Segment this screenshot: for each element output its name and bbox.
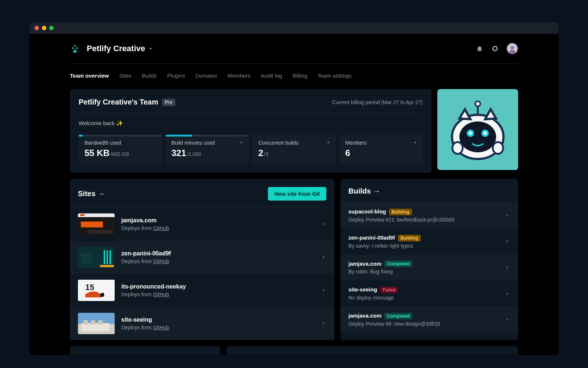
svg-marker-1: [72, 47, 74, 49]
site-info: site-seeingDeploys from GitHub: [121, 316, 169, 330]
svg-rect-25: [89, 230, 113, 234]
svg-rect-23: [80, 214, 85, 216]
tab-builds[interactable]: Builds: [142, 72, 157, 79]
tab-audit-log[interactable]: Audit log: [261, 72, 282, 79]
tab-plugins[interactable]: Plugins: [167, 72, 185, 79]
build-message: Deploy Preview #21: bw/feedback-pr@c000d…: [348, 217, 454, 223]
svg-point-19: [452, 142, 463, 154]
svg-rect-28: [104, 250, 105, 264]
svg-point-15: [469, 132, 472, 135]
stats-row: Bandwidth used55 KB/400 GBBuild minutes …: [79, 135, 423, 164]
stat-value: 55 KB/400 GB: [85, 148, 156, 158]
svg-marker-0: [74, 44, 76, 46]
team-selector[interactable]: Petlify Creative: [87, 44, 153, 53]
panel-stub: [226, 346, 518, 355]
build-name: supacool-blog: [348, 208, 386, 215]
arrow-right-icon: [239, 140, 244, 145]
user-avatar[interactable]: [506, 43, 518, 54]
build-info: supacool-blogBuildingDeploy Preview #21:…: [348, 208, 454, 223]
build-status-badge: Building: [398, 235, 421, 241]
chevron-right-icon: [505, 317, 510, 322]
svg-rect-27: [82, 253, 92, 263]
build-row[interactable]: supacool-blogBuildingDeploy Preview #21:…: [340, 202, 518, 229]
build-name: site-seeing: [348, 286, 377, 293]
svg-rect-29: [107, 250, 108, 264]
builds-panel-title[interactable]: Builds →: [348, 187, 380, 195]
svg-point-6: [510, 46, 514, 49]
site-row[interactable]: site-seeingDeploys from GitHub: [70, 307, 334, 340]
activity-button[interactable]: [491, 45, 499, 53]
site-thumbnail: [78, 213, 115, 235]
svg-rect-39: [98, 320, 103, 325]
build-row[interactable]: site-seeingFailedNo deploy message: [340, 280, 518, 307]
header-bar: Petlify Creative: [70, 43, 518, 54]
window-maximize-button[interactable]: [49, 26, 54, 30]
chevron-right-icon: [321, 288, 326, 293]
tab-team-overview[interactable]: Team overview: [70, 72, 109, 79]
svg-point-10: [459, 121, 496, 152]
stat-value: 6: [345, 148, 417, 158]
app-window: Petlify Creative Team overviewSitesBuild…: [29, 22, 559, 355]
tab-members[interactable]: Members: [227, 72, 251, 79]
builds-panel: Builds → supacool-blogBuildingDeploy Pre…: [340, 179, 518, 340]
site-row[interactable]: zen-panini-00ad9fDeploys from GitHub: [70, 241, 334, 274]
team-card-title: Petlify Creative's Team: [79, 98, 158, 106]
team-mascot-image: [437, 89, 518, 170]
site-row[interactable]: 15its-pronounced-neekayDeploys from GitH…: [70, 274, 334, 307]
stat-card[interactable]: Concurrent builds2/3: [252, 135, 336, 164]
site-name: its-pronounced-neekay: [121, 283, 186, 290]
site-info: its-pronounced-neekayDeploys from GitHub: [121, 283, 186, 297]
build-message: By savvy: I neber right typos: [348, 243, 421, 249]
window-close-button[interactable]: [35, 26, 39, 30]
sites-list: jamjava.comDeploys from GitHubzen-panini…: [70, 208, 334, 340]
build-info: zen-panini-00ad9fBuildingBy savvy: I neb…: [348, 234, 421, 249]
stat-value: 2/3: [258, 148, 330, 158]
svg-rect-24: [81, 222, 103, 227]
window-minimize-button[interactable]: [42, 26, 46, 30]
tab-team-settings[interactable]: Team settings: [318, 72, 352, 79]
build-info: site-seeingFailedNo deploy message: [348, 286, 398, 301]
svg-point-20: [493, 142, 503, 154]
build-name: jamjava.com: [348, 261, 381, 267]
build-status-badge: Building: [389, 209, 412, 215]
sites-panel-title[interactable]: Sites →: [78, 190, 105, 198]
site-row[interactable]: jamjava.comDeploys from GitHub: [70, 208, 334, 241]
notifications-button[interactable]: [476, 45, 484, 53]
build-status-badge: Failed: [380, 287, 398, 293]
content-area: Petlify Creative Team overviewSitesBuild…: [29, 34, 559, 355]
build-row[interactable]: zen-panini-00ad9fBuildingBy savvy: I neb…: [340, 229, 518, 255]
new-site-button[interactable]: New site from Git: [268, 187, 326, 201]
brand-logo-icon: [70, 43, 80, 54]
chevron-right-icon: [321, 321, 326, 326]
site-info: jamjava.comDeploys from GitHub: [121, 217, 169, 231]
build-info: jamjava.comCompletedDeploy Preview #8: n…: [348, 312, 440, 327]
stat-card[interactable]: Members6: [340, 135, 423, 164]
stat-value: 321/1,000: [172, 148, 243, 158]
site-info: zen-panini-00ad9fDeploys from GitHub: [121, 250, 171, 264]
chevron-right-icon: [505, 265, 510, 270]
stat-card[interactable]: Bandwidth used55 KB/400 GB: [79, 135, 162, 164]
svg-rect-38: [91, 320, 95, 325]
build-row[interactable]: jamjava.comCompletedBy robin: Bug fixing: [340, 255, 518, 281]
stat-label: Build minutes used: [172, 140, 243, 146]
build-name: zen-panini-00ad9f: [348, 234, 395, 241]
tab-billing[interactable]: Billing: [293, 72, 307, 79]
site-thumbnail: [78, 313, 115, 334]
chevron-right-icon: [505, 213, 510, 218]
build-status-badge: Completed: [384, 313, 412, 319]
svg-text:15: 15: [85, 283, 94, 292]
tab-domains[interactable]: Domains: [196, 72, 217, 79]
build-row[interactable]: jamjava.comCompletedDeploy Preview #8: n…: [340, 307, 518, 333]
stat-card[interactable]: Build minutes used321/1,000: [166, 135, 249, 164]
stat-label: Concurrent builds: [258, 140, 330, 146]
svg-point-4: [493, 46, 497, 51]
build-name: jamjava.com: [348, 312, 381, 319]
chevron-right-icon: [321, 222, 326, 227]
tab-sites[interactable]: Sites: [119, 72, 131, 79]
svg-rect-37: [83, 320, 88, 325]
arrow-right-icon: [326, 140, 331, 145]
team-overview-card: Petlify Creative's Team Pro Current bill…: [70, 89, 431, 173]
arrow-right-icon: [412, 140, 417, 145]
billing-period-label: Current billing period (Mar 27 to Apr 27…: [332, 99, 423, 105]
chevron-right-icon: [505, 291, 510, 296]
